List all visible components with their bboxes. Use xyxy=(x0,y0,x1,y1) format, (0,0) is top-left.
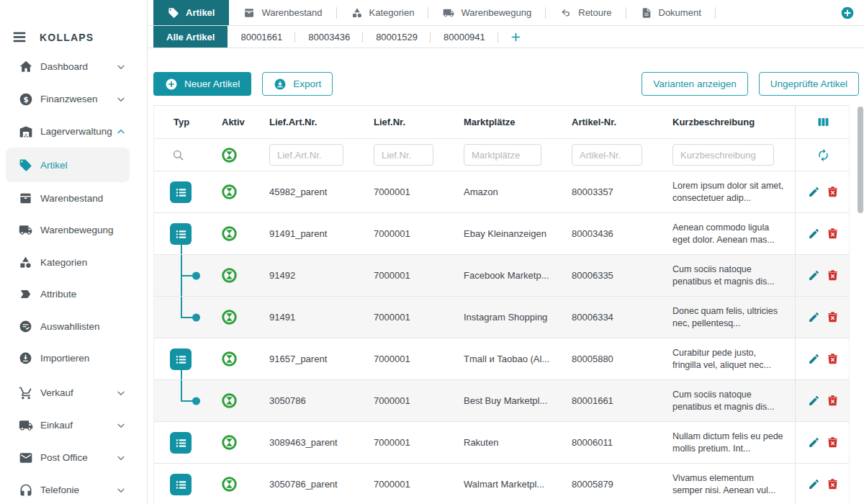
tree-branch-line xyxy=(181,275,193,276)
delete-button[interactable] xyxy=(827,186,839,198)
hamburger-menu-icon[interactable] xyxy=(10,30,29,45)
chevron-down-icon xyxy=(115,387,127,399)
sidebar-item-telefonie[interactable]: Telefonie xyxy=(0,474,147,504)
active-status-icon[interactable] xyxy=(222,184,237,199)
filter-lief-art-nr-input[interactable] xyxy=(269,144,343,166)
active-filter-icon[interactable] xyxy=(222,148,237,163)
sidebar-subitem-warenbestand[interactable]: Warenbestand xyxy=(0,182,147,215)
mail-icon xyxy=(19,451,33,465)
sidebar-subitem-attribute[interactable]: Attribute xyxy=(0,279,147,311)
delete-button[interactable] xyxy=(827,269,839,282)
sidebar-subitem-kategorien[interactable]: Kategorien xyxy=(0,246,147,279)
add-subtab-button[interactable] xyxy=(498,26,534,48)
edit-button[interactable] xyxy=(808,353,820,365)
sidebar-item-label: Verkauf xyxy=(40,387,115,398)
tree-connector-line xyxy=(181,380,182,401)
sidebar-item-post-office[interactable]: Post Office xyxy=(0,441,147,474)
sidebar-item-lagerverwaltung[interactable]: Lagerverwaltung xyxy=(0,115,147,148)
app-logo: KOLLAPS xyxy=(40,32,94,43)
tab-warenbestand[interactable]: Warenbestand xyxy=(229,0,336,25)
delete-button[interactable] xyxy=(827,311,839,323)
unchecked-articles-button[interactable]: Ungeprüfte Artikel xyxy=(759,72,859,96)
delete-button[interactable] xyxy=(827,395,839,407)
sidebar-subitem-warenbewegung[interactable]: Warenbewegung xyxy=(0,215,147,247)
column-header-artikel-nr: Artikel-Nr. xyxy=(562,117,663,127)
edit-button[interactable] xyxy=(808,269,820,282)
sidebar-item-finanzwesen[interactable]: $ Finanzwesen xyxy=(0,83,147,115)
tree-branch-line xyxy=(181,317,193,318)
typ-cell xyxy=(154,255,213,296)
sidebar-subitem-auswahllisten[interactable]: Auswahllisten xyxy=(0,310,147,343)
columns-icon[interactable] xyxy=(816,115,830,129)
export-button[interactable]: Export xyxy=(262,72,333,96)
truck-icon xyxy=(443,7,454,19)
table-row: 91657_parent 7000001 Tmall и Taobao (Al.… xyxy=(154,338,849,380)
sidebar-subitem-importieren[interactable]: Importieren xyxy=(0,343,147,375)
artikel-nr-cell: 80003357 xyxy=(562,186,663,197)
subtab-article[interactable]: 80000941 xyxy=(431,26,498,48)
edit-button[interactable] xyxy=(808,478,820,490)
subtab-article[interactable]: 80001529 xyxy=(363,26,431,48)
artikel-nr-cell: 80003436 xyxy=(562,228,663,239)
article-list-type-button[interactable] xyxy=(170,223,192,245)
lief-art-nr-cell: 91491_parent xyxy=(260,228,364,239)
subtab-article[interactable]: 80001661 xyxy=(228,26,295,48)
active-status-icon[interactable] xyxy=(222,310,237,325)
active-status-icon[interactable] xyxy=(222,268,237,283)
marktplatz-cell: Walmart Marketpl... xyxy=(454,479,562,490)
active-status-icon[interactable] xyxy=(222,226,237,241)
tab-artikel[interactable]: Artikel xyxy=(153,0,229,25)
kurzbeschreibung-cell: Aenean commodo ligula eget dolor. Aenean… xyxy=(663,222,795,246)
row-actions-cell xyxy=(795,255,850,296)
active-status-icon[interactable] xyxy=(222,477,237,492)
vertical-scrollbar-thumb[interactable] xyxy=(858,107,863,213)
delete-button[interactable] xyxy=(827,436,839,449)
delete-button[interactable] xyxy=(827,353,839,365)
edit-button[interactable] xyxy=(808,436,820,449)
tab-dokument[interactable]: Dokument xyxy=(626,0,716,25)
article-list-type-button[interactable] xyxy=(170,432,192,454)
subtab-alle-artikel[interactable]: Alle Artikel xyxy=(153,26,228,48)
filter-artikel-nr-input[interactable] xyxy=(572,144,642,166)
sidebar-item-dashboard[interactable]: Dashboard xyxy=(0,50,147,83)
filter-kurzbeschreibung-input[interactable] xyxy=(672,144,774,166)
sidebar-subitem-label: Attribute xyxy=(40,289,76,300)
edit-button[interactable] xyxy=(808,395,820,407)
refresh-icon[interactable] xyxy=(816,148,830,162)
tab-kategorien[interactable]: Kategorien xyxy=(337,0,429,25)
sidebar-item-verkauf[interactable]: Verkauf xyxy=(0,377,147,409)
sidebar-subitem-label: Auswahllisten xyxy=(40,321,100,332)
marktplatz-cell: Best Buy Marketpl... xyxy=(454,395,562,406)
delete-button[interactable] xyxy=(827,228,839,240)
show-variants-button[interactable]: Varianten anzeigen xyxy=(642,72,747,96)
article-list-type-button[interactable] xyxy=(170,348,192,370)
main-content: Artikel Warenbestand Kategorien Warenbew… xyxy=(148,0,864,504)
sidebar-subitem-artikel[interactable]: Artikel xyxy=(6,148,130,182)
edit-button[interactable] xyxy=(808,228,820,240)
delete-button[interactable] xyxy=(827,478,839,490)
tab-retoure[interactable]: Retoure xyxy=(546,0,626,25)
article-list-type-button[interactable] xyxy=(170,474,192,495)
edit-button[interactable] xyxy=(808,186,820,198)
tab-warenbewegung[interactable]: Warenbewegung xyxy=(428,0,546,25)
cart-icon xyxy=(19,386,33,400)
new-article-button[interactable]: Neuer Artikel xyxy=(153,72,251,96)
active-status-icon[interactable] xyxy=(222,351,237,366)
active-status-icon[interactable] xyxy=(222,435,237,450)
marktplatz-cell: Instagram Shopping xyxy=(454,312,562,323)
filter-lief-nr-input[interactable] xyxy=(374,144,433,166)
active-status-icon[interactable] xyxy=(222,393,237,408)
sidebar-item-label: Telefonie xyxy=(40,485,115,495)
typ-cell xyxy=(154,380,213,421)
article-list-type-button[interactable] xyxy=(170,181,192,203)
sidebar-item-einkauf[interactable]: Einkauf xyxy=(0,409,147,441)
lief-nr-cell: 7000001 xyxy=(364,186,454,197)
tab-label: Warenbestand xyxy=(261,7,322,18)
add-tab-button[interactable] xyxy=(840,6,855,20)
filter-marktplaetze-input[interactable] xyxy=(464,144,541,166)
edit-button[interactable] xyxy=(808,311,820,323)
subtab-article[interactable]: 80003436 xyxy=(295,26,363,48)
import-icon xyxy=(19,351,32,365)
row-actions-cell xyxy=(795,380,850,421)
search-icon[interactable] xyxy=(171,148,185,162)
